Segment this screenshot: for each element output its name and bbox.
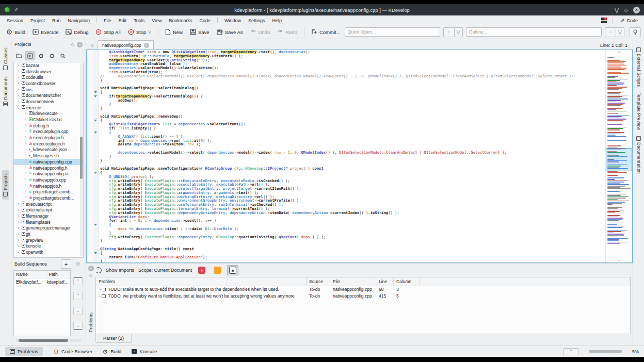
code-line[interactable]: } <box>87 102 605 106</box>
build-sequence-row[interactable]: kdevplatf... kdevplatform <box>14 278 70 286</box>
minimap-content[interactable] <box>606 56 632 256</box>
fold-gutter[interactable] <box>93 171 99 175</box>
statusbar-konsole-button[interactable]: › Konsole <box>132 349 157 354</box>
build-selection-button[interactable] <box>25 51 35 60</box>
fold-gutter[interactable] <box>93 142 99 146</box>
code-line[interactable]: dependencies->selectionModel()->clearSel… <box>87 66 605 70</box>
menu-run[interactable]: Run <box>49 17 65 24</box>
expander-icon[interactable]: › <box>16 100 21 103</box>
fold-arrow-icon[interactable] <box>94 131 97 134</box>
code-line[interactable]: { <box>87 171 605 175</box>
fold-gutter[interactable] <box>93 58 99 62</box>
code-line[interactable]: } <box>87 106 605 110</box>
tree-item[interactable]: ›codeutils <box>14 74 83 80</box>
fold-gutter[interactable] <box>93 247 99 251</box>
code-line[interactable]: if( !list.isEmpty() ) <box>87 126 605 130</box>
fold-gutter[interactable] <box>93 239 99 243</box>
fold-gutter[interactable] <box>93 259 99 262</box>
tree-item[interactable]: ›bazaar <box>14 62 83 69</box>
minimap-viewport[interactable] <box>606 148 632 171</box>
fold-gutter[interactable] <box>93 139 99 143</box>
fold-gutter[interactable] <box>93 203 99 207</box>
code-line[interactable]: void NativeAppConfigPage::removeDep() <box>87 114 605 119</box>
tree-item[interactable]: └>_Messages.sh <box>14 153 83 159</box>
fold-gutter[interactable] <box>93 90 99 94</box>
stop-button[interactable]: Stop ⋁ <box>125 27 154 37</box>
expander-icon[interactable]: › <box>16 220 21 224</box>
tree-item[interactable]: └✎nativeappconfig.ui <box>14 171 83 177</box>
tree-item[interactable]: ›classbrowser <box>14 69 83 75</box>
new-button[interactable]: New <box>162 27 186 37</box>
statusbar-build-button[interactable]: Build <box>103 349 121 354</box>
fold-gutter[interactable] <box>93 119 99 123</box>
move-up-button[interactable]: ⌃ <box>73 292 83 300</box>
menu-help[interactable]: Help <box>269 17 286 24</box>
menu-code[interactable]: Code <box>196 17 215 24</box>
working-set-icon[interactable] <box>601 18 607 23</box>
fold-gutter[interactable] <box>93 179 99 183</box>
fold-gutter[interactable] <box>93 86 99 90</box>
refresh-icon[interactable] <box>95 267 102 273</box>
undo-button[interactable]: Undo <box>247 28 273 37</box>
commit-button[interactable]: Commit... <box>308 27 344 37</box>
expander-icon[interactable]: └ <box>23 190 28 194</box>
fold-gutter[interactable] <box>93 162 99 167</box>
fold-gutter[interactable] <box>93 167 99 171</box>
code-line[interactable]: } <box>87 239 605 243</box>
expander-icon[interactable]: › <box>16 76 21 79</box>
fold-gutter[interactable] <box>93 135 99 139</box>
code-line[interactable]: } <box>87 155 605 159</box>
show-imports-button[interactable]: Show Imports <box>106 268 134 273</box>
tree-item[interactable]: └hprojecttargetscomb... <box>14 195 83 201</box>
code-line[interactable]: // dependencies->selectionModel()->selec… <box>87 74 605 78</box>
code-view[interactable]: QListWidgetItem* item = new QListWidgetI… <box>87 50 605 262</box>
column-header-path[interactable]: Path <box>46 271 70 278</box>
fold-gutter[interactable] <box>93 183 99 187</box>
progress-collapse-button[interactable]: ⌃ <box>563 348 578 355</box>
tree-item[interactable]: ›grepview <box>14 237 83 243</box>
expander-icon[interactable]: └ <box>23 172 28 176</box>
statusbar-code-browser-button[interactable]: {} Code Browser <box>53 349 92 354</box>
fold-gutter[interactable] <box>93 187 99 191</box>
fold-gutter[interactable] <box>93 82 99 86</box>
add-to-build-sequence-button[interactable]: + <box>61 259 71 269</box>
expander-icon[interactable]: › <box>16 238 21 242</box>
filter-warnings-button[interactable] <box>212 265 223 275</box>
fold-gutter[interactable] <box>93 126 99 130</box>
tree-item[interactable]: └hdebug.h <box>14 123 83 129</box>
code-line[interactable]: if(targetDependency->selectItemDialog())… <box>87 94 605 98</box>
expander-icon[interactable]: › <box>16 94 21 97</box>
sidebar-tab-external-scripts[interactable]: External Scripts <box>635 44 642 90</box>
tree-item[interactable]: ›contextbrowser <box>14 80 83 87</box>
menu-project[interactable]: Project <box>27 17 49 24</box>
expander-icon[interactable]: ⌄ <box>16 106 21 110</box>
fold-arrow-icon[interactable] <box>94 224 97 226</box>
scroll-down-icon[interactable]: ⌄ <box>606 256 632 262</box>
remove-from-build-sequence-button[interactable]: ⊘ <box>73 259 83 269</box>
redo-button[interactable]: Redo <box>274 28 300 37</box>
fold-gutter[interactable] <box>93 215 99 219</box>
menu-view[interactable]: View <box>148 17 165 24</box>
fold-gutter[interactable] <box>93 114 99 119</box>
expander-icon[interactable]: └ <box>23 112 28 116</box>
expander-icon[interactable]: └ <box>23 124 28 127</box>
move-top-button[interactable]: ⌃ <box>73 277 83 285</box>
sidebar-tab-classes[interactable]: Classes <box>2 44 9 73</box>
fold-gutter[interactable] <box>93 219 99 223</box>
tree-item[interactable]: ›filetemplates <box>14 219 83 225</box>
tree-item[interactable]: ›documentview <box>14 98 83 105</box>
fold-gutter[interactable] <box>93 235 99 239</box>
column-header-name[interactable]: Name <box>14 271 46 278</box>
expander-icon[interactable]: › <box>16 70 21 73</box>
area-switcher-code-button[interactable]: ✐ Code <box>618 17 641 24</box>
document-list-icon[interactable]: ≡ <box>87 41 98 50</box>
problem-row[interactable]: └TODO: we probably want to flexibilize, … <box>96 293 630 300</box>
expander-icon[interactable]: › <box>16 233 21 236</box>
code-line[interactable]: QString NativeAppConfigPage::title() con… <box>87 247 605 251</box>
expander-icon[interactable]: › <box>16 63 21 67</box>
fold-gutter[interactable] <box>93 50 99 54</box>
sidebar-tab-documents[interactable]: Documents <box>2 73 9 109</box>
code-line[interactable]: addDep(); <box>87 98 605 103</box>
expander-icon[interactable]: › <box>16 202 21 206</box>
expander-icon[interactable]: › <box>16 244 21 248</box>
